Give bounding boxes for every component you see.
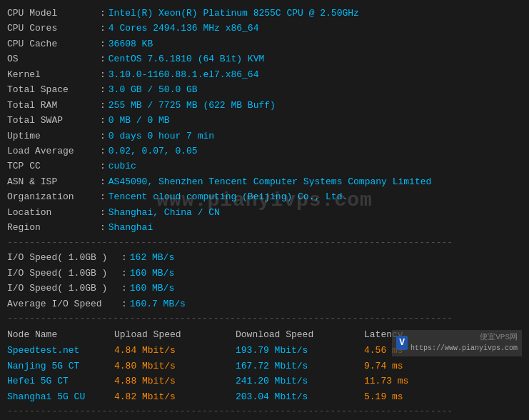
location-value: Shanghai, China / CN [109, 205, 220, 220]
total-swap-value: 0 MB / 0 MB [109, 113, 170, 128]
divider-1: ----------------------------------------… [7, 236, 522, 251]
download-2: 241.20 Mbit/s [236, 374, 364, 389]
total-ram-row: Total RAM : 255 MB / 7725 MB (622 MB Buf… [7, 98, 522, 113]
upload-3: 4.82 Mbit/s [114, 389, 236, 404]
total-ram-label: Total RAM [7, 98, 100, 113]
node-1: Nanjing 5G CT [7, 359, 114, 374]
io3-label: I/O Speed( 1.0GB ) [7, 281, 121, 296]
divider-2: ----------------------------------------… [7, 311, 522, 326]
load-average-label: Load Average [7, 144, 100, 159]
total-swap-row: Total SWAP : 0 MB / 0 MB [7, 113, 522, 128]
io2-value: 160 MB/s [130, 266, 174, 281]
io2-label: I/O Speed( 1.0GB ) [7, 266, 121, 281]
network-row-1: Nanjing 5G CT 4.80 Mbit/s 167.72 Mbit/s … [7, 359, 522, 374]
asn-isp-row: ASN & ISP : AS45090, Shenzhen Tencent Co… [7, 174, 522, 189]
location-label: Location [7, 205, 100, 220]
region-label: Region [7, 220, 100, 235]
organization-row: Organization : Tencent cloud computing (… [7, 189, 522, 204]
network-table-header: Node Name Upload Speed Download Speed La… [7, 326, 522, 343]
region-value: Shanghai [109, 220, 153, 235]
total-swap-label: Total SWAP [7, 113, 100, 128]
node-3: Shanghai 5G CU [7, 389, 114, 404]
asn-isp-label: ASN & ISP [7, 174, 100, 189]
cpu-model-value: Intel(R) Xeon(R) Platinum 8255C CPU @ 2.… [109, 6, 359, 21]
kernel-label: Kernel [7, 67, 100, 82]
download-3: 203.04 Mbit/s [236, 389, 364, 404]
organization-value: Tencent cloud computing (Beijing) Co., L… [109, 189, 348, 204]
io3-row: I/O Speed( 1.0GB ) : 160 MB/s [7, 281, 522, 296]
load-average-value: 0.02, 0.07, 0.05 [109, 144, 198, 159]
upload-0: 4.84 Mbit/s [114, 343, 236, 358]
node-0: Speedtest.net [7, 343, 114, 358]
total-space-row: Total Space : 3.0 GB / 50.0 GB [7, 82, 522, 97]
network-row-2: Hefei 5G CT 4.88 Mbit/s 241.20 Mbit/s 11… [7, 374, 522, 389]
kernel-row: Kernel : 3.10.0-1160.88.1.el7.x86_64 [7, 67, 522, 82]
io1-row: I/O Speed( 1.0GB ) : 162 MB/s [7, 250, 522, 265]
col-latency-header: Latency [364, 326, 403, 343]
upload-2: 4.88 Mbit/s [114, 374, 236, 389]
avg-io-row: Average I/O Speed : 160.7 MB/s [7, 296, 522, 311]
uptime-label: Uptime [7, 129, 100, 144]
download-0: 193.79 Mbit/s [236, 343, 364, 358]
os-value: CentOS 7.6.1810 (64 Bit) KVM [109, 51, 264, 66]
cpu-cache-value: 36608 KB [109, 36, 153, 51]
os-row: OS : CentOS 7.6.1810 (64 Bit) KVM [7, 51, 522, 66]
total-ram-value: 255 MB / 7725 MB (622 MB Buff) [109, 98, 276, 113]
load-average-row: Load Average : 0.02, 0.07, 0.05 [7, 144, 522, 159]
col-download-header: Download Speed [236, 326, 364, 343]
col-upload-header: Upload Speed [114, 326, 236, 343]
io1-label: I/O Speed( 1.0GB ) [7, 250, 121, 265]
divider-3: ----------------------------------------… [7, 404, 522, 419]
upload-1: 4.80 Mbit/s [114, 359, 236, 374]
download-1: 167.72 Mbit/s [236, 359, 364, 374]
tcp-cc-row: TCP CC : cubic [7, 159, 522, 174]
io1-value: 162 MB/s [130, 250, 174, 265]
avg-io-label: Average I/O Speed [7, 296, 121, 311]
uptime-value: 0 days 0 hour 7 min [109, 129, 214, 144]
latency-1: 9.74 ms [364, 359, 403, 374]
latency-3: 5.19 ms [364, 389, 403, 404]
latency-0: 4.56 ms [364, 343, 403, 358]
io3-value: 160 MB/s [130, 281, 174, 296]
uptime-row: Uptime : 0 days 0 hour 7 min [7, 129, 522, 144]
organization-label: Organization [7, 189, 100, 204]
network-row-3: Shanghai 5G CU 4.82 Mbit/s 203.04 Mbit/s… [7, 389, 522, 404]
asn-isp-value: AS45090, Shenzhen Tencent Computer Syste… [109, 174, 431, 189]
network-row-0: Speedtest.net 4.84 Mbit/s 193.79 Mbit/s … [7, 343, 522, 358]
col-node-header: Node Name [7, 326, 114, 343]
avg-io-value: 160.7 MB/s [130, 296, 186, 311]
total-space-label: Total Space [7, 82, 100, 97]
node-2: Hefei 5G CT [7, 374, 114, 389]
cpu-cores-label: CPU Cores [7, 21, 100, 36]
cpu-model-label: CPU Model [7, 6, 100, 21]
cpu-model-row: CPU Model : Intel(R) Xeon(R) Platinum 82… [7, 6, 522, 21]
latency-2: 11.73 ms [364, 374, 408, 389]
location-row: Location : Shanghai, China / CN [7, 205, 522, 220]
total-space-value: 3.0 GB / 50.0 GB [109, 82, 198, 97]
tcp-cc-value: cubic [109, 159, 136, 174]
cpu-cores-row: CPU Cores : 4 Cores 2494.136 MHz x86_64 [7, 21, 522, 36]
io2-row: I/O Speed( 1.0GB ) : 160 MB/s [7, 266, 522, 281]
tcp-cc-label: TCP CC [7, 159, 100, 174]
cpu-cache-label: CPU Cache [7, 36, 100, 51]
region-row: Region : Shanghai [7, 220, 522, 235]
kernel-value: 3.10.0-1160.88.1.el7.x86_64 [109, 67, 259, 82]
os-label: OS [7, 51, 100, 66]
cpu-cores-value: 4 Cores 2494.136 MHz x86_64 [109, 21, 259, 36]
cpu-cache-row: CPU Cache : 36608 KB [7, 36, 522, 51]
